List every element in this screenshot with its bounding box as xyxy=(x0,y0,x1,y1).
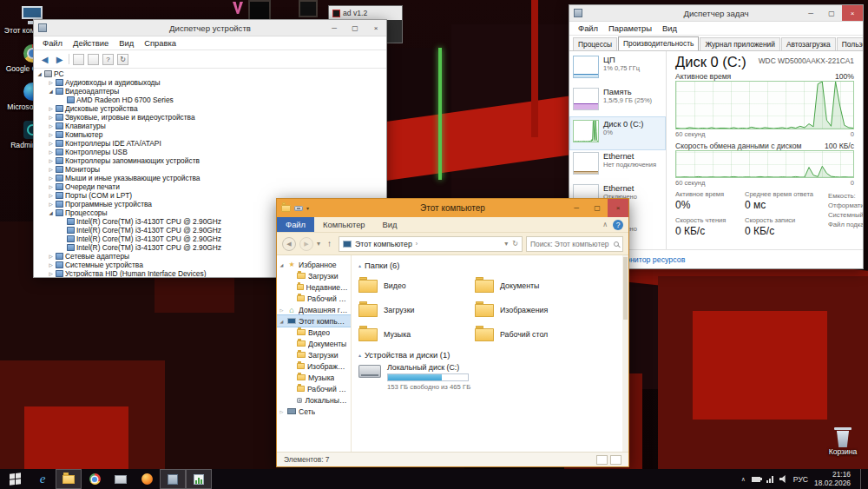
expand-icon[interactable]: ▷ xyxy=(48,182,54,191)
expand-icon[interactable]: ▷ xyxy=(48,156,54,165)
up-button[interactable]: ↑ xyxy=(324,239,335,248)
taskman-tab[interactable]: Производительность xyxy=(618,36,699,50)
menu-item[interactable]: Вид xyxy=(657,23,682,34)
nav-item[interactable]: ▷Сеть xyxy=(277,406,351,417)
taskbar-button-files[interactable] xyxy=(108,469,134,489)
battery-icon[interactable] xyxy=(752,477,760,482)
device-tree-item[interactable]: ◢PC xyxy=(34,69,386,78)
menu-item[interactable]: Вид xyxy=(114,37,139,49)
nav-item[interactable]: Видео xyxy=(277,327,351,338)
maximize-button[interactable]: ▢ xyxy=(587,199,608,217)
device-tree-item[interactable]: ▷Очереди печати xyxy=(34,182,386,191)
taskbar-button-devmgr[interactable] xyxy=(160,469,186,489)
menu-item[interactable]: Справка xyxy=(139,37,181,49)
device-tree-item[interactable]: ▷Контроллеры запоминающих устройств xyxy=(34,156,386,165)
ribbon-tab[interactable]: Компьютер xyxy=(314,217,374,232)
close-button[interactable]: × xyxy=(842,5,863,21)
task-manager-titlebar[interactable]: Диспетчер задач ─ ▢ × xyxy=(569,5,863,22)
device-tree-item[interactable]: AMD Radeon HD 6700 Series xyxy=(34,96,386,104)
menu-item[interactable]: Параметры xyxy=(603,23,657,34)
expand-icon[interactable]: ▷ xyxy=(48,130,54,139)
nav-item[interactable]: ▷⌂Домашняя группа xyxy=(277,304,351,315)
nav-item[interactable]: ◢Этот компьютер xyxy=(277,315,351,327)
perf-sidebar-item-ethernet[interactable]: EthernetНет подключения xyxy=(570,149,665,182)
refresh-icon[interactable]: ↻ xyxy=(117,54,128,65)
collapse-icon[interactable]: ◢ xyxy=(36,69,43,78)
perf-sidebar-item-disk[interactable]: Диск 0 (C:)0% xyxy=(570,117,665,149)
collapse-icon[interactable]: ◢ xyxy=(48,208,54,217)
nav-item[interactable]: Локальный диск (C: xyxy=(277,394,351,406)
collapse-icon[interactable]: ◢ xyxy=(279,262,285,268)
volume-icon[interactable] xyxy=(779,475,787,483)
expand-icon[interactable]: ▷ xyxy=(48,174,54,182)
address-field[interactable]: Этот компьютер › ▾ ↻ xyxy=(339,236,523,252)
search-input[interactable] xyxy=(530,240,611,248)
taskbar-button-firefox[interactable] xyxy=(134,469,160,489)
minimize-button[interactable]: ─ xyxy=(324,20,345,36)
menu-item[interactable]: Файл xyxy=(37,37,68,49)
back-icon[interactable]: ◀ xyxy=(39,55,50,64)
help-icon[interactable]: ? xyxy=(102,54,114,65)
menu-item[interactable]: Файл xyxy=(573,23,603,34)
folder-item[interactable]: Документы xyxy=(475,274,591,298)
close-button[interactable]: × xyxy=(365,20,386,36)
quick-access-properties-icon[interactable] xyxy=(294,206,303,211)
collapse-icon[interactable]: ◢ xyxy=(279,319,285,324)
forward-button[interactable]: ▶ xyxy=(299,237,313,251)
taskbar-button-start[interactable] xyxy=(0,469,30,489)
expand-icon[interactable]: ▷ xyxy=(48,269,54,277)
network-icon[interactable] xyxy=(766,476,773,483)
section-header-devices[interactable]: ▴ Устройства и диски (1) xyxy=(358,350,620,360)
device-tree-item[interactable]: ▷Компьютер xyxy=(34,130,386,139)
thumbnails-view-icon[interactable] xyxy=(610,455,621,465)
scrollbar[interactable] xyxy=(622,255,628,452)
recent-locations-dropdown-icon[interactable]: ▾ xyxy=(317,240,320,248)
nav-item[interactable]: Загрузки xyxy=(277,270,351,281)
collapse-icon[interactable]: ◢ xyxy=(48,87,54,96)
quick-access-dropdown-icon[interactable]: ▾ xyxy=(306,205,309,211)
perf-sidebar-item-cpu[interactable]: ЦП1% 0,75 ГГц xyxy=(570,53,665,85)
folder-item[interactable]: Загрузки xyxy=(358,298,475,322)
nav-item[interactable]: Недавние места xyxy=(277,281,351,293)
device-tree-item[interactable]: ▷Клавиатуры xyxy=(34,122,386,130)
taskbar-button-chrome[interactable] xyxy=(82,469,108,489)
address-dropdown-icon[interactable]: ▾ xyxy=(504,240,508,248)
help-icon[interactable]: ? xyxy=(613,220,623,230)
nav-item[interactable]: Загрузки xyxy=(277,349,351,360)
device-manager-titlebar[interactable]: Диспетчер устройств ─ ▢ × xyxy=(34,20,386,36)
expand-icon[interactable]: ▷ xyxy=(48,252,54,261)
folder-item[interactable]: Видео xyxy=(358,274,475,298)
taskbar-button-taskman[interactable] xyxy=(186,469,212,489)
expand-icon[interactable]: ▷ xyxy=(48,148,54,156)
hidden-icons-chevron-icon[interactable]: ∧ xyxy=(741,476,746,483)
taskman-tab[interactable]: Процессы xyxy=(573,37,617,50)
device-tree-item[interactable]: ◢Видеоадаптеры xyxy=(34,87,386,96)
show-desktop-button[interactable] xyxy=(860,469,865,489)
expand-icon[interactable]: ▷ xyxy=(48,261,54,269)
nav-item[interactable]: Рабочий стол xyxy=(277,383,351,394)
perf-sidebar-item-memory[interactable]: Память1,5/5,9 ГБ (25%) xyxy=(570,85,665,117)
device-tree-item[interactable]: ▷Контроллеры IDE ATA/ATAPI xyxy=(34,139,386,148)
folder-item[interactable]: Музыка xyxy=(358,322,475,347)
device-tree-item[interactable]: ▷Аудиовходы и аудиовыходы xyxy=(34,78,386,87)
ribbon-tab[interactable]: Файл xyxy=(277,217,314,232)
language-indicator[interactable]: РУС xyxy=(793,475,808,484)
expand-icon[interactable]: ▷ xyxy=(279,409,285,414)
ribbon-tab[interactable]: Вид xyxy=(374,217,406,232)
minimize-button[interactable]: ─ xyxy=(566,199,587,217)
expand-icon[interactable]: ▷ xyxy=(48,122,54,130)
nav-item[interactable]: Музыка xyxy=(277,372,351,383)
expand-icon[interactable]: ▷ xyxy=(48,113,54,122)
expand-icon[interactable]: ▷ xyxy=(279,307,285,313)
taskman-tab[interactable]: Автозагрузка xyxy=(781,37,836,50)
nav-item[interactable]: Документы xyxy=(277,338,351,349)
explorer-titlebar[interactable]: ▾ Этот компьютер ─ ▢ × xyxy=(277,199,628,217)
forward-icon[interactable]: ▶ xyxy=(54,55,65,64)
close-button[interactable]: × xyxy=(608,199,628,217)
menu-item[interactable]: Действие xyxy=(68,37,114,49)
maximize-button[interactable]: ▢ xyxy=(345,20,365,36)
expand-icon[interactable]: ▷ xyxy=(48,200,54,208)
folder-item[interactable]: Рабочий стол xyxy=(475,322,591,347)
device-tree-item[interactable]: ▷Мониторы xyxy=(34,165,386,174)
expand-icon[interactable]: ▷ xyxy=(48,139,54,148)
